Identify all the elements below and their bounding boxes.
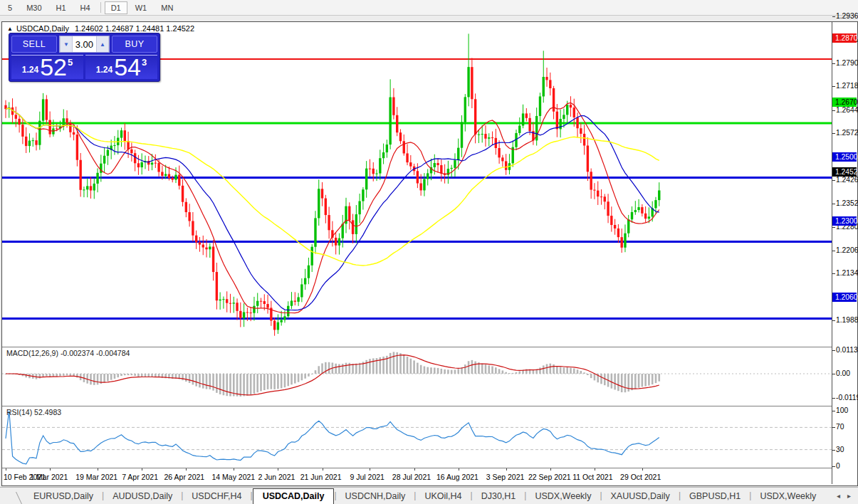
date-label: 1 Mar 2021 [30,473,68,481]
date-label: 19 Mar 2021 [75,473,117,481]
volume-decrease-button[interactable]: ▼ [60,36,73,52]
price-tick-mark [832,180,835,181]
rsi-tick-mark [832,450,835,451]
date-tick-mark [459,468,459,471]
tab-scroll-left-icon[interactable]: ◂ [837,492,840,500]
macd-label: MACD(12,26,9) -0.002374 -0.004784 [6,349,130,357]
time-axis: 10 Feb 20211 Mar 202119 Mar 20217 Apr 20… [2,468,832,483]
price-tick-label: 1.21340 [836,269,858,277]
buy-price-prefix: 1.24 [96,65,113,75]
price-chart-area[interactable]: ▲USDCAD,Daily1.24602 1.24687 1.24481 1.2… [2,22,832,347]
timeframe-button-5[interactable]: 5 [1,1,19,14]
date-tick-mark [278,468,278,471]
rsi-panel [2,406,832,468]
price-tick-mark [832,63,835,64]
buy-price[interactable]: 1.24543 [85,55,157,79]
rsi-tick-mark [832,466,835,467]
volume-value[interactable]: 3.00 [73,36,96,52]
volume-increase-button[interactable]: ▲ [96,36,109,52]
date-tick-mark [323,468,323,471]
macd-histogram [5,352,660,397]
date-label: 22 Sep 2021 [528,473,571,481]
price-tick-label: 1.23520 [836,199,858,207]
date-label: 26 Apr 2021 [164,473,205,481]
rsi-tick-label: 30 [836,446,844,453]
price-tick-label: 1.24260 [836,176,858,184]
date-label: 29 Oct 2021 [620,473,661,481]
date-label: 11 Oct 2021 [572,473,612,481]
moving-average-21[interactable] [6,108,659,310]
price-tick-mark [832,110,835,111]
collapse-panel-icon[interactable]: ▲ [7,26,13,32]
chart-tab-usdchf-h4[interactable]: USDCHF,H4 [183,489,250,504]
date-label: 28 Jul 2021 [392,473,431,481]
sell-price[interactable]: 1.24525 [11,55,83,79]
timeframe-button-h4[interactable]: H4 [74,1,97,14]
moving-average-10[interactable] [6,103,659,313]
price-tick-mark [832,251,835,251]
date-tick-mark [234,468,234,471]
date-tick-mark [370,468,370,471]
mt4-terminal: { "toolbar": { "periods": ["5", "M30", "… [0,0,858,504]
chart-tab-dj30-h1[interactable]: DJ30,H1 [473,489,525,504]
volume-spinner: ▼ 3.00 ▲ [59,36,110,53]
rsi-tick-label: 0 [836,462,840,470]
chart-ohlc-values: 1.24602 1.24687 1.24481 1.24522 [75,24,194,33]
date-tick-mark [50,468,51,471]
price-tick-mark [832,86,835,87]
timeframe-button-h1[interactable]: H1 [50,1,73,14]
rsi-tick-mark [832,411,835,411]
date-tick-mark [142,468,142,471]
date-tick-mark [414,468,415,471]
rsi-tick-label: 70 [836,423,844,431]
date-tick-mark [186,468,187,471]
tab-scroll-arrows: ◂▸ [830,492,858,504]
chart-tab-usdcad-daily[interactable]: USDCAD,Daily [253,488,335,504]
chart-symbol-label: USDCAD,Daily [16,24,69,33]
price-level-badge[interactable]: 1.25003 [832,152,857,162]
chart-tab-ukoil-h4[interactable]: UKOil,H4 [416,489,470,504]
price-level-badge[interactable]: 1.23003 [832,216,857,226]
tab-scroll-right-icon[interactable]: ▸ [847,492,851,500]
price-tick-mark [832,204,835,204]
chart-tab-eurusd-daily[interactable]: EURUSD,Daily [25,489,102,504]
chart-tab-usdcnh-daily[interactable]: USDCNH,Daily [337,489,414,504]
price-level-badge[interactable]: 1.26700 [832,98,857,107]
scrolled-tab-edge [0,492,22,504]
one-click-trading-panel: SELL ▼ 3.00 ▲ BUY 1.24525 1.24543 [9,33,160,82]
date-label: 9 Jul 2021 [350,473,384,481]
price-tick-label: 1.19880 [836,316,858,324]
price-level-badge[interactable]: 1.20609 [832,293,857,302]
price-tick-label: 1.27180 [836,82,858,90]
buy-button[interactable]: BUY [112,36,157,53]
price-level-badge[interactable]: 1.24522 [832,167,857,177]
chart-tab-audusd-daily[interactable]: AUDUSD,Daily [104,489,181,504]
sell-button[interactable]: SELL [11,36,57,53]
chart-tab-usdx-weekly[interactable]: USDX,Weekly [526,489,600,504]
price-tick-mark [832,227,835,228]
price-tick-mark [832,273,835,274]
chart-tab-usdx-weekly[interactable]: USDX,Weekly [751,489,825,504]
chart-tab-xauusd-daily[interactable]: XAUUSD,Daily [602,489,679,504]
chart-tab-gbpusd-h1[interactable]: GBPUSD,H1 [681,489,749,504]
price-tick-mark [832,133,835,134]
price-tick-label: 1.26440 [836,106,858,114]
price-tick-label: 1.25720 [836,129,858,137]
date-label: 3 Sep 2021 [486,473,525,481]
timeframe-button-d1[interactable]: D1 [105,1,127,14]
macd-tick-label: 0.00 [836,369,850,377]
date-tick-mark [6,468,6,471]
rsi-value: 52.4983 [34,408,61,416]
date-label: 7 Apr 2021 [122,473,158,481]
timeframe-button-mn[interactable]: MN [155,1,179,14]
date-tick-mark [506,468,507,471]
date-tick-mark [642,468,643,471]
timeframe-button-w1[interactable]: W1 [129,1,154,14]
price-tick-label: 1.27900 [836,59,858,67]
date-label: 16 Aug 2021 [436,473,478,481]
rsi-label: RSI(14) 52.4983 [6,408,61,416]
sell-price-big: 52 [40,56,67,78]
timeframe-button-m30[interactable]: M30 [20,1,48,14]
price-level-badge[interactable]: 1.28700 [832,33,857,43]
date-tick-mark [595,468,595,471]
